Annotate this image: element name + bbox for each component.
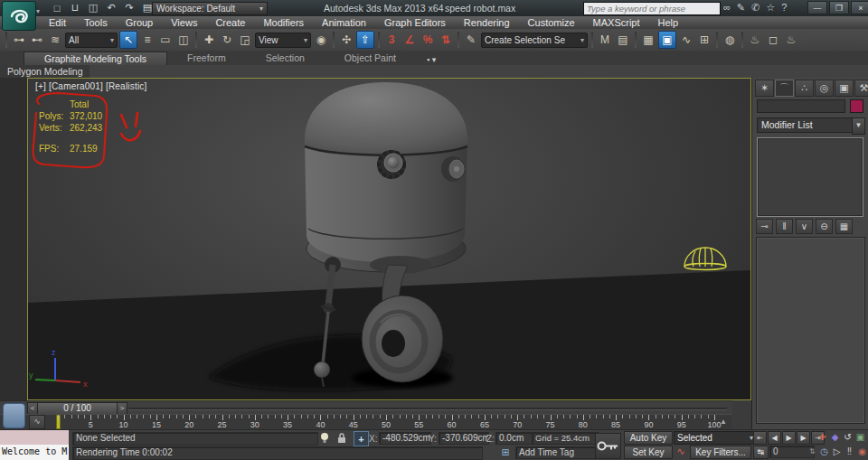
open-file-icon[interactable]: ⊔ (69, 2, 81, 14)
bind-to-space-warp-icon[interactable]: ≋ (47, 32, 63, 48)
modifier-stack[interactable] (757, 137, 863, 217)
unlink-selection-icon[interactable]: ⊷ (29, 32, 45, 48)
window-crossing-icon[interactable]: ◫ (175, 32, 192, 48)
polygon-modeling-panel[interactable]: Polygon Modeling (0, 65, 90, 78)
align-button[interactable]: ▤ (615, 32, 631, 48)
rectangular-selection-icon[interactable]: ▭ (157, 32, 174, 48)
ribbon-tab[interactable]: Graphite Modeling Tools (24, 52, 167, 65)
object-name-field[interactable] (757, 99, 845, 113)
max-logo-button[interactable] (2, 1, 36, 31)
add-time-tag[interactable]: Add Time Tag (515, 446, 600, 459)
camera-viewport[interactable]: x y z [+] [Camera001] [Realistic] Total … (27, 78, 751, 400)
fov-button[interactable]: ▷ (831, 446, 843, 457)
walk-through-button[interactable]: ‼ (844, 446, 855, 457)
search-input[interactable] (584, 4, 725, 14)
tab-modify[interactable]: ⌒ (775, 80, 794, 97)
menu-item[interactable]: Rendering (455, 16, 519, 29)
tab-display[interactable]: ▣ (835, 80, 854, 97)
macro-recorder-pane[interactable] (0, 430, 69, 446)
next-frame-nudge-button[interactable]: > (117, 402, 127, 415)
y-coordinate-field[interactable]: -370.609cm (439, 432, 489, 445)
menu-item[interactable]: Create (206, 16, 254, 29)
edit-named-selection-sets-button[interactable]: ✎ (463, 32, 479, 48)
menu-item[interactable]: Views (162, 16, 206, 29)
menu-item[interactable]: Help (649, 16, 688, 29)
menu-item[interactable]: Customize (519, 16, 584, 29)
percent-snap-button[interactable]: % (420, 32, 436, 48)
selection-set-dropdown[interactable]: Selected (674, 431, 757, 445)
play-animation-button[interactable]: ▶ (782, 431, 796, 445)
select-and-scale-button[interactable]: ◲ (237, 32, 253, 48)
reference-coordinate-dropdown[interactable]: View (255, 33, 311, 48)
manage-layers-button[interactable]: ▦ (640, 32, 656, 48)
key-mode-toggle[interactable]: ↹ (753, 446, 769, 459)
default-tangent-icon[interactable]: ∿ (674, 446, 688, 457)
select-object-button[interactable]: ↖ (119, 31, 137, 49)
menu-item[interactable]: Animation (313, 16, 375, 29)
graphite-ribbon-toggle-button[interactable]: ▣ (658, 31, 676, 49)
menu-item[interactable]: Group (117, 16, 163, 29)
track-ruler[interactable]: 5101520253035404550556065707580859095100 (50, 415, 728, 430)
go-to-start-button[interactable]: ⇤ (753, 431, 767, 445)
time-slider-groove[interactable] (128, 408, 727, 410)
angle-snap-button[interactable]: ∠ (401, 32, 418, 48)
render-setup-button[interactable]: ♨ (747, 32, 763, 48)
mirror-button[interactable]: M (597, 32, 613, 48)
x-coordinate-field[interactable]: -480.529cm (379, 432, 431, 445)
curve-editor-button[interactable]: ∿ (678, 32, 694, 48)
perspective-button[interactable]: ◆ (829, 431, 841, 443)
orbit-camera-button[interactable]: ↺ (842, 431, 854, 443)
select-and-move-button[interactable]: ✚ (201, 32, 217, 48)
tab-create[interactable]: ✶ (755, 80, 774, 97)
menu-item[interactable]: MAXScript (584, 16, 649, 29)
key-filters-button[interactable]: Key Filters... (690, 446, 751, 459)
selection-lock-icon[interactable] (335, 432, 348, 444)
next-frame-button[interactable]: ▶ (797, 431, 810, 445)
auto-key-button[interactable]: Auto Key (624, 431, 673, 445)
undo-icon[interactable]: ↶ (105, 2, 118, 14)
select-by-name-button[interactable]: ≡ (139, 32, 156, 48)
modifier-list-dropdown[interactable]: Modifier List (757, 117, 861, 133)
current-frame-field[interactable]: 0 (769, 446, 815, 458)
viewport-layout-tab[interactable] (3, 403, 25, 428)
schematic-view-button[interactable]: ⊞ (696, 32, 712, 48)
previous-frame-button[interactable]: ◀ (768, 431, 781, 445)
search-binoculars-icon[interactable]: ∞ (723, 2, 731, 14)
maxscript-mini-listener[interactable]: Welcome to M (0, 445, 69, 460)
communication-center-icon[interactable]: ✆ (751, 2, 760, 14)
modifier-list-arrow-icon[interactable]: ▼ (852, 117, 865, 135)
show-end-result-button[interactable]: ‖ (776, 219, 793, 234)
rendered-frame-button[interactable]: ◻ (765, 32, 781, 48)
ribbon-overflow-icon[interactable]: ▪ ▾ (420, 54, 443, 65)
menu-item[interactable]: Tools (75, 16, 117, 29)
save-file-icon[interactable]: ◫ (87, 2, 99, 14)
close-button[interactable]: × (851, 1, 868, 14)
named-selection-sets-dropdown[interactable]: Create Selection Se (481, 33, 588, 48)
time-slider-handle[interactable]: 0 / 100 (37, 402, 118, 415)
render-production-button[interactable]: ♨ (783, 32, 799, 48)
ribbon-tab[interactable]: Freeform (167, 52, 246, 65)
redo-icon[interactable]: ↷ (123, 2, 136, 14)
set-keys-button[interactable] (595, 433, 621, 459)
select-and-rotate-button[interactable]: ↻ (219, 32, 235, 48)
remove-modifier-button[interactable]: ⊖ (816, 219, 833, 234)
snap-toggle-3d-button[interactable]: 3 (383, 32, 400, 48)
spinner-snap-button[interactable]: ⇅ (438, 32, 454, 48)
tab-hierarchy[interactable]: ∴ (795, 80, 814, 97)
absolute-mode-toggle[interactable]: + (354, 431, 369, 446)
sign-in-icon[interactable]: ✎ (737, 2, 745, 14)
mini-curve-editor-button[interactable]: ∿ (29, 415, 45, 429)
keyboard-override-button[interactable]: ⇧ (356, 31, 374, 49)
maximize-viewport-button[interactable]: ▣ (854, 431, 866, 443)
material-editor-button[interactable]: ◍ (722, 32, 738, 48)
frame-spinner[interactable]: ⇅ (809, 446, 816, 457)
menu-item[interactable]: Edit (40, 16, 75, 29)
isolate-selection-icon[interactable] (318, 432, 331, 444)
set-key-button[interactable]: Set Key (624, 446, 673, 459)
select-and-link-icon[interactable]: ⊶ (11, 32, 27, 48)
new-file-icon[interactable]: □ (51, 2, 63, 14)
time-configuration-button[interactable]: ◷ (818, 446, 830, 457)
make-unique-button[interactable]: ∨ (796, 219, 813, 234)
tab-utilities[interactable]: ⚒ (854, 80, 868, 97)
viewport-label[interactable]: [+] [Camera001] [Realistic] (35, 81, 147, 91)
